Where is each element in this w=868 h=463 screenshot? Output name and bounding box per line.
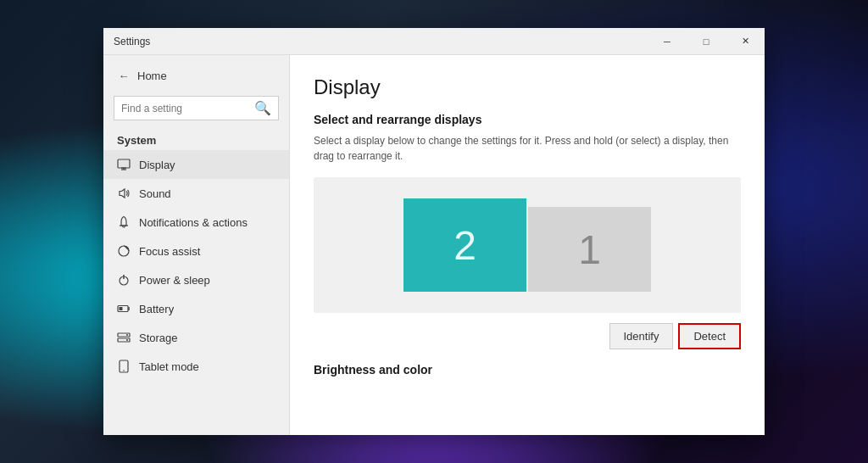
window-content: ← Home 🔍 System (103, 55, 765, 435)
search-icon: 🔍 (254, 100, 271, 116)
svg-point-15 (126, 339, 128, 341)
sidebar: ← Home 🔍 System (103, 55, 290, 435)
power-icon (117, 273, 131, 287)
close-button[interactable]: ✕ (726, 28, 765, 55)
button-row: Identify Detect (314, 323, 741, 349)
titlebar: Settings ─ □ ✕ (103, 28, 765, 55)
section-title: Select and rearrange displays (314, 113, 741, 126)
search-box[interactable]: 🔍 (114, 96, 279, 120)
sidebar-item-sound[interactable]: Sound (103, 179, 289, 208)
home-link[interactable]: ← Home (103, 62, 289, 89)
focus-label: Focus assist (139, 245, 200, 258)
battery-icon (117, 302, 131, 315)
sidebar-item-notifications[interactable]: Notifications & actions (103, 208, 289, 237)
svg-rect-11 (120, 307, 123, 310)
power-label: Power & sleep (139, 274, 210, 287)
settings-window: Settings ─ □ ✕ ← Home 🔍 System (103, 28, 765, 435)
tablet-icon (117, 360, 131, 373)
display-icon (117, 158, 131, 171)
monitor-1[interactable]: 1 (528, 207, 651, 292)
sidebar-item-tablet[interactable]: Tablet mode (103, 352, 289, 381)
svg-point-14 (126, 334, 128, 336)
tablet-label: Tablet mode (139, 360, 199, 373)
svg-rect-0 (118, 159, 130, 168)
monitor-2-number: 2 (453, 222, 476, 269)
sidebar-item-storage[interactable]: Storage (103, 323, 289, 352)
display-preview-area: 2 1 (314, 177, 741, 313)
titlebar-controls: ─ □ ✕ (648, 28, 765, 55)
minimize-button[interactable]: ─ (648, 28, 687, 55)
identify-button[interactable]: Identify (609, 323, 674, 349)
search-input[interactable] (121, 103, 251, 114)
page-title: Display (314, 75, 741, 99)
battery-label: Battery (139, 303, 174, 315)
brightness-section-title: Brightness and color (314, 363, 741, 377)
sidebar-section-title: System (103, 127, 289, 150)
sound-icon (117, 187, 131, 200)
sound-label: Sound (139, 187, 171, 200)
svg-point-17 (123, 370, 125, 371)
monitor-container: 2 1 (403, 198, 651, 292)
monitor-1-number: 1 (578, 226, 601, 273)
monitor-2[interactable]: 2 (403, 198, 526, 292)
home-label: Home (137, 70, 167, 82)
sidebar-item-battery[interactable]: Battery (103, 294, 289, 323)
sidebar-item-power[interactable]: Power & sleep (103, 265, 289, 294)
notifications-icon (117, 215, 131, 229)
storage-label: Storage (139, 332, 178, 344)
storage-icon (117, 331, 131, 344)
sidebar-item-focus[interactable]: Focus assist (103, 237, 289, 265)
focus-icon (117, 244, 131, 258)
main-content: Display Select and rearrange displays Se… (290, 55, 765, 435)
detect-button[interactable]: Detect (678, 323, 741, 349)
back-icon: ← (117, 69, 131, 82)
maximize-button[interactable]: □ (687, 28, 726, 55)
display-label: Display (139, 159, 175, 171)
sidebar-item-display[interactable]: Display (103, 150, 289, 179)
description: Select a display below to change the set… (314, 133, 741, 164)
notifications-label: Notifications & actions (139, 216, 248, 229)
window-title: Settings (114, 36, 150, 47)
